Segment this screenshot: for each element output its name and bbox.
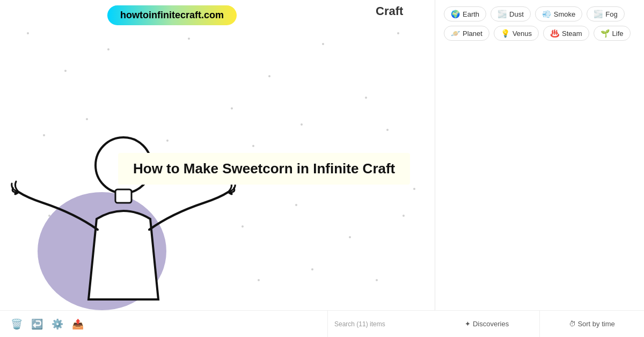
element-chip-venus[interactable]: 💡Venus [494, 26, 539, 41]
undo-icon[interactable]: ↩️ [31, 318, 43, 330]
decorative-dot [241, 225, 244, 228]
character-svg [11, 117, 236, 316]
smoke-icon: 💨 [542, 10, 551, 18]
steam-icon: ♨️ [550, 29, 559, 38]
decorative-dot [188, 38, 190, 40]
decorative-dot [311, 268, 313, 270]
planet-icon: 🪐 [451, 29, 460, 38]
right-panel: 🌍Earth🌫️Dust💨Smoke🌫️Fog🪐Planet💡Venus♨️St… [435, 0, 644, 337]
share-icon[interactable]: 📤 [72, 318, 84, 330]
character-illustration [11, 112, 220, 316]
decorative-dot [27, 32, 29, 34]
life-icon: 🌱 [601, 29, 610, 38]
decorative-dot [64, 70, 67, 72]
venus-label: Venus [513, 30, 532, 38]
search-placeholder-text: Search (11) items [334, 320, 385, 328]
decorative-dot [365, 97, 367, 99]
decorative-dot [231, 107, 233, 109]
trash-icon[interactable]: 🗑️ [11, 318, 23, 330]
decorative-dot [107, 48, 109, 50]
main-canvas[interactable]: howtoinfinitecraft.com How to Make Sweet… [0, 0, 435, 337]
decorative-dot [413, 188, 415, 190]
sort-by-time-button[interactable]: ⏱ Sort by time [540, 311, 645, 337]
earth-icon: 🌍 [451, 10, 460, 18]
element-chip-earth[interactable]: 🌍Earth [444, 6, 486, 21]
element-chip-life[interactable]: 🌱Life [594, 26, 631, 41]
decorative-dot [252, 145, 254, 147]
search-bar-partial[interactable]: Search (11) items [327, 310, 435, 337]
element-chip-fog[interactable]: 🌫️Fog [587, 6, 624, 21]
decorative-dot [301, 123, 303, 126]
decorative-dot [322, 43, 324, 45]
dust-icon: 🌫️ [497, 10, 507, 18]
craft-header-partial: Craft [376, 4, 403, 18]
element-chip-dust[interactable]: 🌫️Dust [491, 6, 531, 21]
svg-rect-1 [115, 189, 131, 203]
life-label: Life [612, 30, 624, 38]
decorative-dot [386, 129, 389, 131]
steam-label: Steam [562, 30, 582, 38]
decorative-dot [349, 236, 351, 238]
planet-label: Planet [463, 30, 482, 38]
element-chip-smoke[interactable]: 💨Smoke [535, 6, 582, 21]
discoveries-button[interactable]: ✦ Discoveries [435, 311, 540, 337]
fog-icon: 🌫️ [594, 10, 603, 18]
bottom-bar: ✦ Discoveries ⏱ Sort by time [435, 310, 644, 337]
decorative-dot [268, 75, 270, 77]
decorative-dot [376, 279, 378, 281]
smoke-label: Smoke [554, 10, 575, 18]
elements-grid: 🌍Earth🌫️Dust💨Smoke🌫️Fog🪐Planet💡Venus♨️St… [435, 0, 644, 47]
dust-label: Dust [509, 10, 524, 18]
settings-icon[interactable]: ⚙️ [52, 318, 63, 330]
decorative-dot [258, 279, 260, 281]
element-chip-steam[interactable]: ♨️Steam [543, 26, 589, 41]
earth-label: Earth [463, 10, 479, 18]
decorative-dot [397, 32, 399, 34]
element-chip-planet[interactable]: 🪐Planet [444, 26, 489, 41]
venus-icon: 💡 [501, 29, 510, 38]
page-title: How to Make Sweetcorn in Infinite Craft [118, 153, 410, 185]
site-logo[interactable]: howtoinfinitecraft.com [107, 5, 237, 25]
decorative-dot [295, 204, 297, 206]
fog-label: Fog [605, 10, 617, 18]
decorative-dot [402, 215, 405, 217]
